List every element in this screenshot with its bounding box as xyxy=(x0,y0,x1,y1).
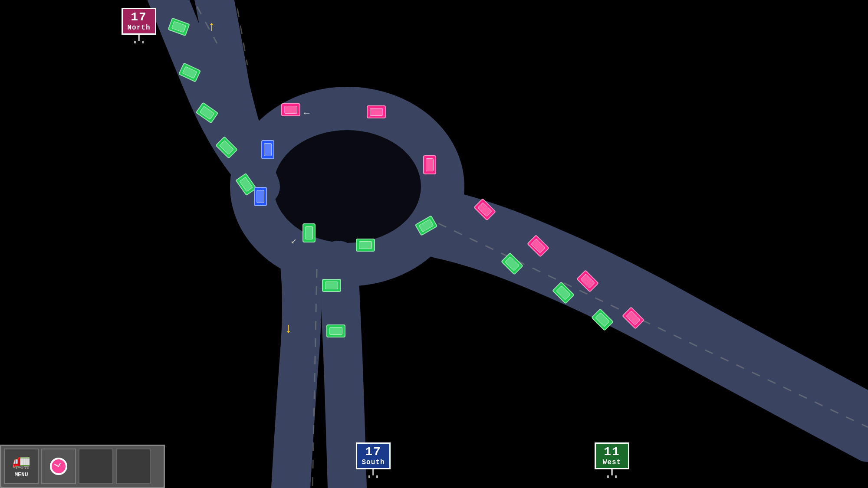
sign-17-north-box: 17 North xyxy=(122,8,156,35)
car-green-7 xyxy=(356,239,375,252)
sign-foot-left xyxy=(368,475,370,478)
sign-feet xyxy=(607,475,617,478)
sign-foot-left xyxy=(134,41,136,43)
truck-icon: 🚛 xyxy=(12,455,30,470)
car-pink-2 xyxy=(367,105,386,118)
arrow-up-1: ↑ xyxy=(207,19,216,35)
clock-icon xyxy=(50,458,67,475)
car-green-12 xyxy=(322,279,341,292)
car-blue-2 xyxy=(254,187,267,206)
menu-button[interactable]: 🚛 MENU xyxy=(4,449,39,484)
sign-foot-right xyxy=(615,475,617,478)
menu-label: MENU xyxy=(14,472,28,478)
sign-foot-left xyxy=(607,475,609,478)
sign-post xyxy=(372,469,374,475)
car-green-6 xyxy=(302,223,316,242)
sign-17-south-direction: South xyxy=(362,459,385,467)
sign-17-south: 17 South xyxy=(356,442,391,478)
sign-17-south-number: 17 xyxy=(362,445,385,459)
sign-17-north-direction: North xyxy=(127,24,151,32)
sign-11-west: 11 West xyxy=(595,442,629,478)
car-green-13 xyxy=(326,324,345,337)
arrow-left-1: ← xyxy=(304,108,309,119)
car-blue-1 xyxy=(261,140,274,159)
clock-button[interactable] xyxy=(41,449,76,484)
car-pink-3 xyxy=(423,155,436,174)
sign-feet xyxy=(368,475,378,478)
svg-point-1 xyxy=(273,130,421,243)
arrow-down-1: ↓ xyxy=(284,321,293,337)
sign-post xyxy=(138,35,140,41)
sign-17-north-number: 17 xyxy=(127,11,151,24)
sign-foot-right xyxy=(376,475,378,478)
sign-11-west-box: 11 West xyxy=(595,442,629,469)
sign-17-north: 17 North xyxy=(122,8,156,43)
arrow-left-2: ↙ xyxy=(291,235,296,246)
sign-11-west-direction: West xyxy=(600,459,624,467)
car-pink-1 xyxy=(281,103,300,116)
clock-hour-hand xyxy=(58,463,61,466)
sign-17-south-box: 17 South xyxy=(356,442,391,469)
sign-11-west-number: 11 xyxy=(600,445,624,459)
ui-slot-2 xyxy=(116,449,151,484)
bottom-bar: 🚛 MENU xyxy=(0,445,165,488)
ui-slot-1 xyxy=(79,449,113,484)
sign-foot-right xyxy=(142,41,144,43)
sign-post xyxy=(611,469,613,475)
sign-feet xyxy=(134,41,144,43)
